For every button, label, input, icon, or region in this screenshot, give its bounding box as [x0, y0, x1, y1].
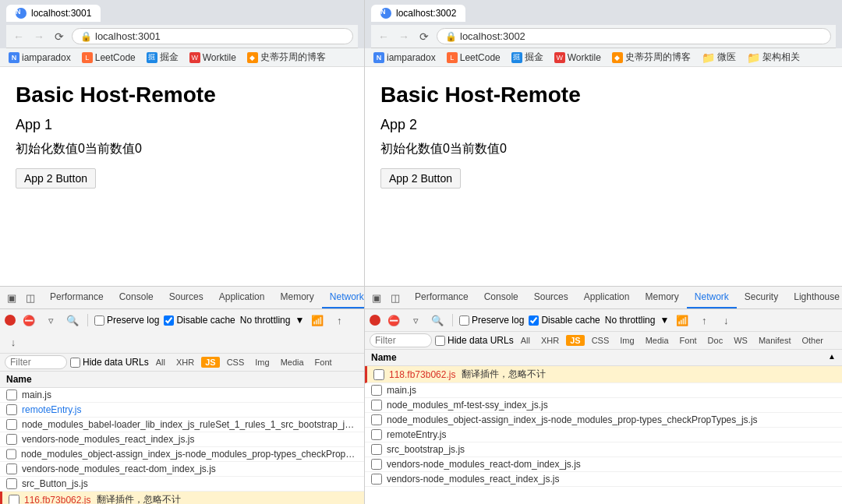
file-row-object-assign-r[interactable]: node_modules_object-assign_index_js-node…	[365, 413, 842, 428]
forward-button[interactable]: →	[31, 29, 47, 44]
bookmark-stefan-r[interactable]: ◆ 史蒂芬周的博客	[610, 50, 693, 65]
upload-icon-r[interactable]: ↑	[695, 312, 713, 329]
file-cb[interactable]	[6, 434, 17, 445]
file-row-bootstrap-r[interactable]: src_bootstrap_js.js	[365, 442, 842, 457]
file-cb[interactable]	[371, 474, 382, 485]
file-cb[interactable]	[6, 449, 16, 460]
disable-cache-checkbox[interactable]	[164, 315, 174, 326]
dt-device-icon[interactable]: ◫	[387, 289, 404, 306]
download-icon-r[interactable]: ↓	[717, 312, 734, 329]
file-cb[interactable]	[371, 444, 382, 455]
clear-icon[interactable]: ⛔	[20, 312, 37, 329]
bookmark-leetcode-r[interactable]: L LeetCode	[444, 51, 503, 64]
download-icon[interactable]: ↓	[5, 333, 22, 351]
record-button-r[interactable]	[370, 315, 380, 326]
file-cb[interactable]	[9, 495, 19, 505]
file-cb[interactable]	[6, 404, 17, 415]
right-tab-sources[interactable]: Sources	[526, 287, 576, 308]
clear-icon-r[interactable]: ⛔	[385, 312, 402, 329]
left-tab-network[interactable]: Network	[322, 287, 364, 308]
left-filter-input[interactable]	[5, 355, 67, 369]
reload-button[interactable]: ⟳	[51, 29, 67, 44]
bookmark-juejin[interactable]: 掘 掘金	[144, 50, 181, 65]
filter-img[interactable]: Img	[251, 357, 273, 368]
left-tab-sources[interactable]: Sources	[161, 287, 211, 308]
hide-data-urls-label[interactable]: Hide data URLs	[70, 357, 149, 368]
file-row-main[interactable]: main.js	[0, 388, 364, 403]
bookmark-weiyi[interactable]: 📁 微医	[699, 50, 738, 65]
file-row-main-r[interactable]: main.js	[365, 383, 842, 398]
file-row-react-dom[interactable]: vendors-node_modules_react-dom_index_js.…	[0, 462, 364, 477]
bookmark-iamparadox-r[interactable]: N iamparadox	[371, 51, 438, 64]
bookmark-leetcode[interactable]: L LeetCode	[80, 51, 138, 64]
disable-cache-cb-r[interactable]	[529, 315, 539, 326]
hide-data-urls-label-r[interactable]: Hide data URLs	[435, 335, 514, 346]
filter-font[interactable]: Font	[311, 357, 336, 368]
left-tab-memory[interactable]: Memory	[272, 287, 321, 308]
wifi-icon-r[interactable]: 📶	[674, 312, 691, 329]
file-cb[interactable]	[371, 385, 382, 396]
scroll-up-icon[interactable]: ▲	[828, 352, 836, 363]
search-icon[interactable]: 🔍	[64, 312, 81, 329]
filter-media[interactable]: Media	[277, 357, 308, 368]
left-tab-application[interactable]: Application	[211, 287, 273, 308]
right-tab-memory[interactable]: Memory	[637, 287, 686, 308]
file-row-mf-test[interactable]: node_modules_mf-test-ssy_index_js.js	[365, 398, 842, 413]
bookmark-stefan[interactable]: ◆ 史蒂芬周的博客	[245, 50, 328, 65]
filter-font-r[interactable]: Font	[676, 335, 701, 346]
filter-xhr[interactable]: XHR	[172, 357, 198, 368]
filter-js-r[interactable]: JS	[566, 335, 584, 346]
back-button[interactable]: ←	[11, 29, 27, 44]
filter-css[interactable]: CSS	[223, 357, 249, 368]
wifi-icon[interactable]: 📶	[309, 312, 326, 329]
left-tab-performance[interactable]: Performance	[42, 287, 111, 308]
right-tab-performance[interactable]: Performance	[407, 287, 476, 308]
left-tab[interactable]: N localhost:3001	[6, 5, 101, 22]
filter-media-r[interactable]: Media	[642, 335, 673, 346]
filter-icon[interactable]: ▿	[42, 312, 59, 329]
dt-device-icon[interactable]: ◫	[22, 289, 39, 306]
file-cb[interactable]	[371, 459, 382, 470]
file-cb[interactable]	[6, 463, 17, 474]
right-tab-security[interactable]: Security	[737, 287, 786, 308]
forward-button[interactable]: →	[396, 29, 412, 44]
file-row-object-assign[interactable]: node_modules_object-assign_index_js-node…	[0, 447, 364, 462]
file-row-react-r[interactable]: vendors-node_modules_react_index_js.js	[365, 472, 842, 487]
file-row-react-dom-r[interactable]: vendors-node_modules_react-dom_index_js.…	[365, 457, 842, 472]
right-app2-button[interactable]: App 2 Button	[380, 168, 461, 189]
preserve-log-label[interactable]: Preserve log	[94, 315, 159, 326]
filter-other-r[interactable]: Other	[798, 335, 827, 346]
preserve-log-checkbox[interactable]	[94, 315, 104, 326]
reload-button[interactable]: ⟳	[416, 29, 432, 44]
hide-data-urls-cb[interactable]	[70, 358, 80, 368]
file-row-translation[interactable]: 116.fb73b062.js 翻译插件，忽略不计	[0, 492, 364, 504]
filter-css-r[interactable]: CSS	[588, 335, 614, 346]
filter-ws-r[interactable]: WS	[730, 335, 752, 346]
filter-js[interactable]: JS	[201, 357, 219, 368]
filter-all-r[interactable]: All	[517, 335, 534, 346]
preserve-log-cb-r[interactable]	[459, 315, 469, 326]
file-cb[interactable]	[373, 369, 384, 380]
file-row-react[interactable]: vendors-node_modules_react_index_js.js	[0, 432, 364, 447]
left-app2-button[interactable]: App 2 Button	[16, 168, 96, 189]
left-address-bar[interactable]: 🔒 localhost:3001	[72, 28, 353, 44]
filter-img-r[interactable]: Img	[616, 335, 638, 346]
disable-cache-label[interactable]: Disable cache	[164, 315, 235, 326]
bookmark-juejin-r[interactable]: 掘 掘金	[509, 50, 546, 65]
file-row-translation-top[interactable]: 118.fb73b062.js 翻译插件，忽略不计	[365, 366, 842, 383]
right-tab-application[interactable]: Application	[576, 287, 638, 308]
dt-inspect-icon[interactable]: ▣	[3, 289, 20, 306]
search-icon-r[interactable]: 🔍	[429, 312, 446, 329]
filter-all[interactable]: All	[152, 357, 169, 368]
right-filter-input[interactable]	[370, 333, 432, 347]
file-row-remoteentry[interactable]: remoteEntry.js	[0, 403, 364, 418]
bookmark-worktile-r[interactable]: W Worktile	[552, 51, 603, 64]
right-tab-console[interactable]: Console	[476, 287, 526, 308]
file-cb[interactable]	[371, 429, 382, 440]
bookmark-architecture[interactable]: 📁 架构相关	[745, 50, 802, 65]
file-cb[interactable]	[371, 400, 382, 411]
right-address-bar[interactable]: 🔒 localhost:3002	[437, 28, 831, 44]
file-cb[interactable]	[371, 414, 382, 425]
back-button[interactable]: ←	[376, 29, 391, 44]
file-row-remoteentry-r[interactable]: remoteEntry.js	[365, 428, 842, 442]
